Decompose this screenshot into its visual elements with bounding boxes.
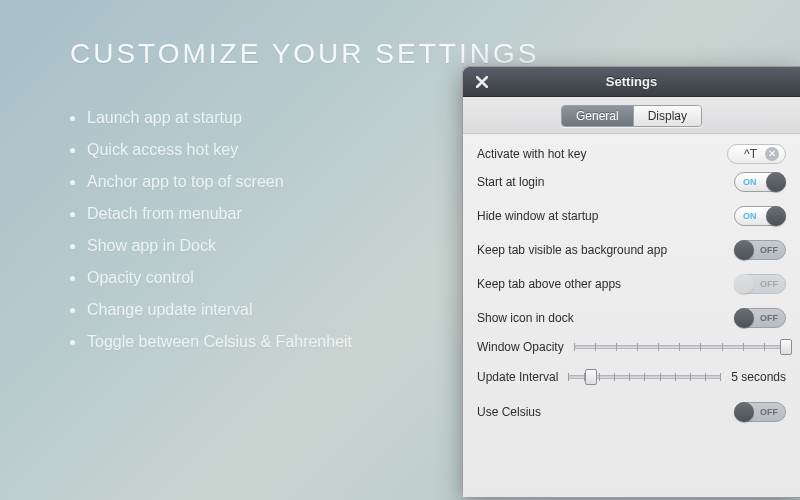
toggle-knob xyxy=(734,402,754,422)
toggle-knob xyxy=(734,240,754,260)
titlebar: Settings xyxy=(463,67,800,97)
tabs: General Display xyxy=(463,97,800,134)
close-icon xyxy=(476,76,488,88)
hotkey-field[interactable]: ^T ✕ xyxy=(727,144,786,164)
toggle-knob xyxy=(766,206,786,226)
celsius-toggle[interactable]: OFF xyxy=(734,402,786,422)
slider-thumb[interactable] xyxy=(780,339,792,355)
list-item: Change update interval xyxy=(70,294,352,326)
dock-icon-toggle[interactable]: OFF xyxy=(734,308,786,328)
settings-content: Activate with hot key ^T ✕ Start at logi… xyxy=(463,134,800,497)
opacity-label: Window Opacity xyxy=(477,340,564,354)
opacity-slider[interactable] xyxy=(574,338,786,356)
celsius-label: Use Celsius xyxy=(477,405,541,419)
bg-app-label: Keep tab visible as background app xyxy=(477,243,667,257)
list-item: Show app in Dock xyxy=(70,230,352,262)
slider-thumb[interactable] xyxy=(585,369,597,385)
tab-display[interactable]: Display xyxy=(633,106,701,126)
list-item: Quick access hot key xyxy=(70,134,352,166)
interval-label: Update Interval xyxy=(477,370,558,384)
above-apps-label: Keep tab above other apps xyxy=(477,277,621,291)
close-button[interactable] xyxy=(473,73,491,91)
above-apps-toggle[interactable]: OFF xyxy=(734,274,786,294)
list-item: Detach from menubar xyxy=(70,198,352,230)
interval-value: 5 seconds xyxy=(731,370,786,384)
hotkey-value: ^T xyxy=(744,147,757,161)
hotkey-label: Activate with hot key xyxy=(477,147,586,161)
dock-icon-label: Show icon in dock xyxy=(477,311,574,325)
list-item: Launch app at startup xyxy=(70,102,352,134)
toggle-knob xyxy=(734,274,754,294)
hotkey-clear-button[interactable]: ✕ xyxy=(765,147,779,161)
hide-startup-toggle[interactable]: ON xyxy=(734,206,786,226)
interval-slider[interactable] xyxy=(568,368,721,386)
start-login-label: Start at login xyxy=(477,175,544,189)
toggle-knob xyxy=(734,308,754,328)
bg-app-toggle[interactable]: OFF xyxy=(734,240,786,260)
start-login-toggle[interactable]: ON xyxy=(734,172,786,192)
panel-title: Settings xyxy=(606,74,657,89)
list-item: Toggle between Celsius & Fahrenheit xyxy=(70,326,352,358)
settings-panel: Settings General Display Activate with h… xyxy=(462,66,800,498)
list-item: Opacity control xyxy=(70,262,352,294)
tab-general[interactable]: General xyxy=(562,106,633,126)
toggle-knob xyxy=(766,172,786,192)
hide-startup-label: Hide window at startup xyxy=(477,209,598,223)
feature-list: Launch app at startup Quick access hot k… xyxy=(70,102,352,358)
list-item: Anchor app to top of screen xyxy=(70,166,352,198)
